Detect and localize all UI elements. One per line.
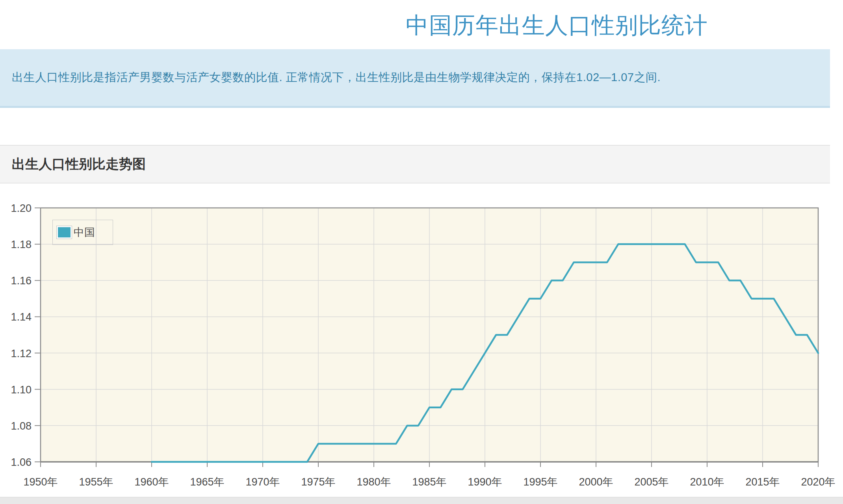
x-tick-label: 1955年 <box>79 476 113 488</box>
x-tick-label: 1950年 <box>23 476 58 488</box>
y-tick-label: 1.18 <box>11 239 32 250</box>
x-tick-label: 1980年 <box>357 476 391 488</box>
x-tick-label: 1995年 <box>523 476 557 488</box>
x-tick-label: 1975年 <box>301 476 335 488</box>
x-tick-label: 1985年 <box>412 476 446 488</box>
y-tick-label: 1.14 <box>11 311 32 323</box>
x-tick-label: 2010年 <box>690 476 724 488</box>
chart-legend: 中国 <box>52 220 113 245</box>
legend-swatch-china <box>57 226 72 239</box>
y-tick-label: 1.06 <box>11 456 32 468</box>
y-tick-label: 1.08 <box>11 420 32 432</box>
x-tick-label: 2005年 <box>634 476 668 488</box>
x-tick-label: 1990年 <box>468 476 502 488</box>
x-tick-label: 2015年 <box>745 476 780 488</box>
x-tick-label: 2000年 <box>579 476 613 488</box>
y-tick-label: 1.12 <box>11 348 32 359</box>
y-tick-label: 1.20 <box>11 202 32 214</box>
y-tick-label: 1.16 <box>11 275 32 287</box>
x-tick-label: 2020年 <box>801 476 835 488</box>
bottom-bar <box>0 497 843 504</box>
page: { "header": { "title": "中国历年出生人口性别比统计" }… <box>0 0 843 504</box>
x-tick-label: 1965年 <box>190 476 224 488</box>
y-tick-label: 1.10 <box>11 384 32 396</box>
legend-label-china: 中国 <box>74 225 95 239</box>
x-tick-label: 1970年 <box>245 476 280 488</box>
trend-chart: 1950年1955年1960年1965年1970年1975年1980年1985年… <box>0 0 843 504</box>
x-tick-label: 1960年 <box>134 476 169 488</box>
